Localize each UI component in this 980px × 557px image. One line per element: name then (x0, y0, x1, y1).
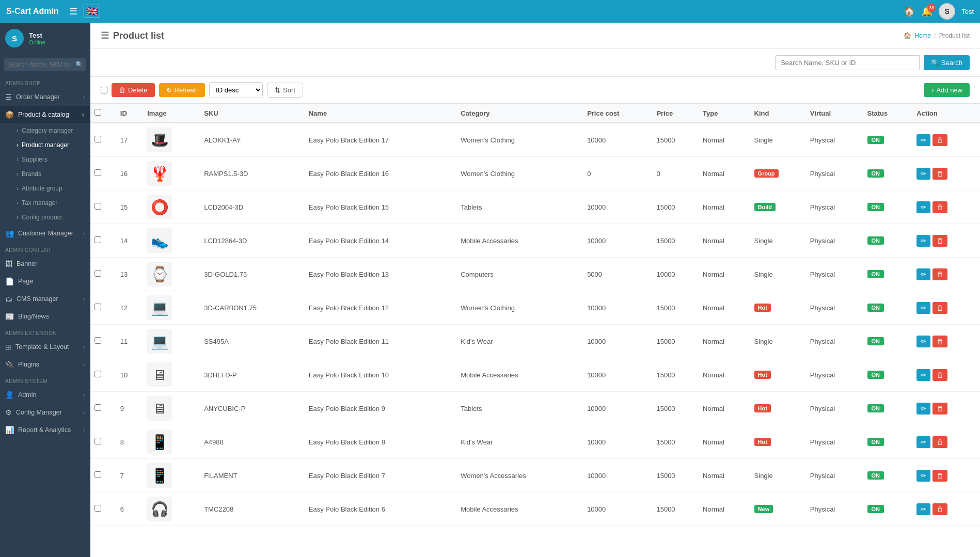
language-selector[interactable]: 🇬🇧 (84, 5, 100, 18)
sidebar-item-category-manager[interactable]: › Category manager (0, 123, 90, 138)
row-status: ON (863, 190, 913, 224)
row-category: Computers (456, 258, 583, 291)
row-status: ON (863, 459, 913, 492)
sidebar-item-page[interactable]: 📄 Page (0, 273, 90, 290)
delete-button[interactable]: 🗑 Delete (112, 83, 155, 97)
row-delete-button[interactable]: 🗑 (932, 336, 947, 347)
row-checkbox[interactable] (94, 304, 101, 310)
row-delete-button[interactable]: 🗑 (932, 235, 947, 247)
row-checkbox[interactable] (94, 471, 101, 478)
refresh-button[interactable]: ↻ Refresh (159, 83, 206, 97)
row-checkbox[interactable] (94, 136, 101, 142)
edit-button[interactable]: ✏ (916, 369, 930, 381)
sidebar-item-plugins[interactable]: 🔌 Plugins › (0, 356, 90, 373)
row-delete-button[interactable]: 🗑 (932, 201, 947, 213)
row-id: 8 (116, 425, 143, 459)
row-price: 0 (652, 157, 699, 190)
table-row: 10 🖥 3DHLFD-P Easy Polo Black Edition 10… (90, 358, 980, 392)
sidebar-item-attribute-group[interactable]: › Attribute group (0, 181, 90, 196)
edit-button[interactable]: ✏ (916, 201, 930, 213)
edit-button[interactable]: ✏ (916, 235, 930, 247)
sidebar-item-report-analytics[interactable]: 📊 Report & Analytics › (0, 421, 90, 439)
sidebar-item-suppliers[interactable]: › Suppliers (0, 152, 90, 167)
section-label-admin-shop: ADMIN SHOP (0, 75, 90, 88)
row-checkbox[interactable] (94, 236, 101, 243)
select-all-checkbox[interactable] (101, 87, 107, 93)
product-search-button[interactable]: 🔍 Search (924, 55, 970, 70)
edit-button[interactable]: ✏ (916, 302, 930, 314)
sidebar-item-brands[interactable]: › Brands (0, 167, 90, 181)
edit-button[interactable]: ✏ (916, 336, 930, 347)
sidebar-search-area: 🔍 (0, 54, 90, 75)
row-checkbox[interactable] (94, 438, 101, 444)
sidebar-item-admin[interactable]: 👤 Admin › (0, 386, 90, 404)
edit-button[interactable]: ✏ (916, 503, 930, 515)
row-type: Normal (699, 258, 750, 291)
sidebar-item-template-layout[interactable]: ⊞ Template & Layout › (0, 338, 90, 356)
row-delete-button[interactable]: 🗑 (932, 403, 947, 415)
sidebar-item-customer-manager[interactable]: 👥 Customer Manager › (0, 225, 90, 242)
breadcrumb-home[interactable]: Home (914, 32, 931, 39)
edit-button[interactable]: ✏ (916, 268, 930, 280)
edit-button[interactable]: ✏ (916, 403, 930, 415)
row-image: 👟 (143, 224, 200, 258)
table-row: 12 💻 3D-CARBON1.75 Easy Polo Black Editi… (90, 291, 980, 325)
sub-arrow-icon: › (17, 214, 19, 221)
sidebar-item-product-manager[interactable]: › Product manager (0, 138, 90, 152)
row-id: 12 (116, 291, 143, 325)
row-delete-button[interactable]: 🗑 (932, 302, 947, 314)
row-checkbox[interactable] (94, 371, 101, 377)
row-checkbox[interactable] (94, 404, 101, 411)
table-row: 11 💻 SS495A Easy Polo Black Edition 11 K… (90, 325, 980, 358)
row-delete-button[interactable]: 🗑 (932, 134, 947, 146)
row-delete-button[interactable]: 🗑 (932, 503, 947, 515)
sidebar-item-blog-news[interactable]: 📰 Blog/News (0, 308, 90, 325)
sidebar-item-cms-manager[interactable]: 🗂 CMS manager › (0, 290, 90, 308)
username-label[interactable]: Test (961, 8, 974, 15)
kind-value: Single (754, 237, 773, 245)
row-checkbox[interactable] (94, 337, 101, 344)
row-delete-button[interactable]: 🗑 (932, 436, 947, 448)
row-delete-button[interactable]: 🗑 (932, 268, 947, 280)
home-icon[interactable]: 🏠 (904, 6, 915, 17)
product-search-input[interactable] (775, 55, 920, 70)
row-price: 15000 (652, 291, 699, 325)
sidebar-item-config-manager[interactable]: ⚙ Config Manager › (0, 404, 90, 421)
row-delete-button[interactable]: 🗑 (932, 168, 947, 180)
add-new-button[interactable]: + Add new (924, 83, 970, 97)
row-category: Women's Clothing (456, 123, 583, 157)
edit-button[interactable]: ✏ (916, 470, 930, 482)
sidebar-item-tax-manager[interactable]: › Tax manager (0, 196, 90, 210)
row-action: ✏ 🗑 (912, 459, 980, 492)
sidebar-item-product-catalog[interactable]: 📦 Product & catalog ∨ (0, 106, 90, 123)
row-checkbox[interactable] (94, 270, 101, 277)
row-id: 15 (116, 190, 143, 224)
search-input[interactable] (4, 58, 86, 71)
product-thumbnail: 🎩 (147, 128, 172, 152)
table-row: 7 📱 FILAMENT Easy Polo Black Edition 7 W… (90, 459, 980, 492)
notification-icon[interactable]: 🔔 38 (921, 6, 932, 17)
row-checkbox[interactable] (94, 169, 101, 176)
row-delete-button[interactable]: 🗑 (932, 369, 947, 381)
th-status: Status (863, 104, 913, 123)
edit-button[interactable]: ✏ (916, 168, 930, 180)
edit-button[interactable]: ✏ (916, 436, 930, 448)
row-type: Normal (699, 190, 750, 224)
customer-manager-icon: 👥 (5, 229, 14, 237)
sort-button[interactable]: ⇅ Sort (267, 83, 303, 98)
sidebar-item-banner[interactable]: 🖼 Banner (0, 255, 90, 273)
row-image: 🦞 (143, 157, 200, 190)
avatar[interactable]: S (939, 3, 955, 20)
table-row: 14 👟 LCD12864-3D Easy Polo Black Edition… (90, 224, 980, 258)
sidebar-item-config-product[interactable]: › Config product (0, 210, 90, 225)
row-checkbox[interactable] (94, 203, 101, 210)
header-checkbox[interactable] (94, 109, 101, 116)
row-checkbox[interactable] (94, 505, 101, 512)
row-delete-button[interactable]: 🗑 (932, 470, 947, 482)
product-thumbnail: ⌚ (147, 262, 172, 287)
edit-button[interactable]: ✏ (916, 134, 930, 146)
sort-select[interactable]: ID desc ID asc Name asc Name desc (209, 82, 263, 98)
hamburger-icon[interactable]: ☰ (69, 6, 77, 17)
sidebar-item-order-manager[interactable]: ☰ Order Manager › (0, 88, 90, 106)
status-badge: ON (867, 505, 884, 513)
